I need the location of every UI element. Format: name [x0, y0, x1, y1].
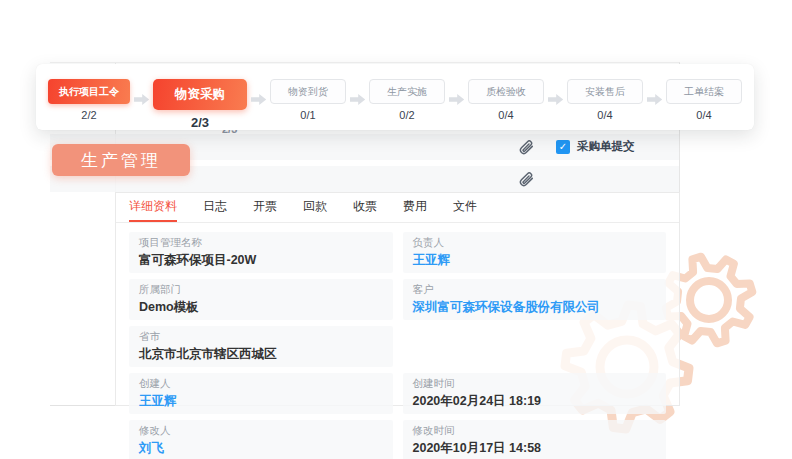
field-label: 所属部门: [139, 283, 383, 297]
field-label: 创建时间: [413, 377, 657, 391]
arrow-right-icon: [647, 93, 663, 106]
step-button[interactable]: 质检验收: [468, 79, 544, 104]
field-label: 项目管理名称: [139, 236, 383, 250]
paperclip-icon[interactable]: [518, 171, 534, 187]
arrow-right-icon: [350, 93, 366, 106]
field-modified-time: 修改时间 2020年10月17日 14:58: [403, 420, 667, 459]
step-count: 0/4: [498, 109, 513, 121]
tab-files[interactable]: 文件: [453, 193, 477, 222]
field-label: 修改人: [139, 424, 383, 438]
step-production: 生产实施 0/2: [369, 79, 445, 121]
checkbox-label: 采购单提交: [577, 139, 635, 154]
gear-hole-icon: [690, 281, 728, 319]
field-created-time: 创建时间 2020年02月24日 18:19: [403, 373, 667, 414]
tab-invoicing[interactable]: 开票: [253, 193, 277, 222]
field-creator: 创建人 王亚辉: [129, 373, 393, 414]
field-value: 富可森环保项目-20W: [139, 252, 383, 269]
screenshot-canvas: 2/3 ✓ 采购单提交 执行项目工令 2/2 物资采购 2/3: [0, 0, 792, 459]
step-material-arrival: 物资到货 0/1: [270, 79, 346, 121]
step-button[interactable]: 物资到货: [270, 79, 346, 104]
step-button[interactable]: 执行项目工令: [48, 79, 130, 104]
field-province-city: 省市 北京市北京市辖区西城区: [129, 326, 393, 367]
step-button[interactable]: 生产实施: [369, 79, 445, 104]
step-count: 0/2: [399, 109, 414, 121]
field-value: 2020年02月24日 18:19: [413, 393, 657, 410]
step-count: 0/1: [300, 109, 315, 121]
step-count: 0/4: [696, 109, 711, 121]
step-execute-work-order: 执行项目工令 2/2: [48, 79, 130, 121]
checkbox-checked[interactable]: ✓: [556, 140, 570, 154]
step-install-aftersales: 安装售后 0/4: [567, 79, 643, 121]
empty-grid-cell: [403, 326, 667, 367]
field-label: 省市: [139, 330, 383, 344]
step-button[interactable]: 安装售后: [567, 79, 643, 104]
field-value: Demo模板: [139, 299, 383, 316]
paperclip-icon[interactable]: [518, 139, 534, 155]
detail-fields: 项目管理名称 富可森环保项目-20W 负责人 王亚辉 所属部门 Demo模板 客…: [116, 223, 679, 459]
field-customer: 客户 深圳富可森环保设备股份有限公司: [403, 279, 667, 320]
field-label: 修改时间: [413, 424, 657, 438]
field-owner: 负责人 王亚辉: [403, 232, 667, 273]
field-value-link[interactable]: 刘飞: [139, 440, 383, 457]
step-button-current[interactable]: 物资采购: [153, 79, 247, 110]
step-count: 2/3: [191, 115, 209, 130]
field-label: 负责人: [413, 236, 657, 250]
detail-panel: 详细资料 日志 开票 回款 收票 费用 文件 项目管理名称 富可森环保项目-20…: [115, 192, 680, 406]
tab-expenses[interactable]: 费用: [403, 193, 427, 222]
field-value-link[interactable]: 王亚辉: [139, 393, 383, 410]
field-project-name: 项目管理名称 富可森环保项目-20W: [129, 232, 393, 273]
field-value: 2020年10月17日 14:58: [413, 440, 657, 457]
step-work-order-close: 工单结案 0/4: [666, 79, 742, 121]
arrow-right-icon: [548, 93, 564, 106]
checkbox-field: ✓ 采购单提交: [556, 139, 635, 154]
field-value-link[interactable]: 王亚辉: [413, 252, 657, 269]
field-department: 所属部门 Demo模板: [129, 279, 393, 320]
step-quality-inspection: 质检验收 0/4: [468, 79, 544, 121]
step-count: 2/2: [81, 109, 96, 121]
step-count: 0/4: [597, 109, 612, 121]
tab-detail-info[interactable]: 详细资料: [129, 193, 177, 222]
arrow-right-icon: [134, 93, 150, 106]
tab-payment-collection[interactable]: 回款: [303, 193, 327, 222]
tab-receipts[interactable]: 收票: [353, 193, 377, 222]
tab-logs[interactable]: 日志: [203, 193, 227, 222]
field-modifier: 修改人 刘飞: [129, 420, 393, 459]
tab-bar: 详细资料 日志 开票 回款 收票 费用 文件: [116, 193, 679, 223]
field-value: 北京市北京市辖区西城区: [139, 346, 383, 363]
arrow-right-icon: [449, 93, 465, 106]
workflow-stepper-card: 执行项目工令 2/2 物资采购 2/3 物资到货 0/1 生产实施 0/2 质检…: [36, 64, 754, 130]
production-management-badge: 生产管理: [52, 144, 190, 176]
field-label: 客户: [413, 283, 657, 297]
field-value-link[interactable]: 深圳富可森环保设备股份有限公司: [413, 299, 657, 316]
arrow-right-icon: [251, 93, 267, 106]
step-button[interactable]: 工单结案: [666, 79, 742, 104]
field-label: 创建人: [139, 377, 383, 391]
step-material-purchase: 物资采购 2/3: [153, 79, 247, 130]
